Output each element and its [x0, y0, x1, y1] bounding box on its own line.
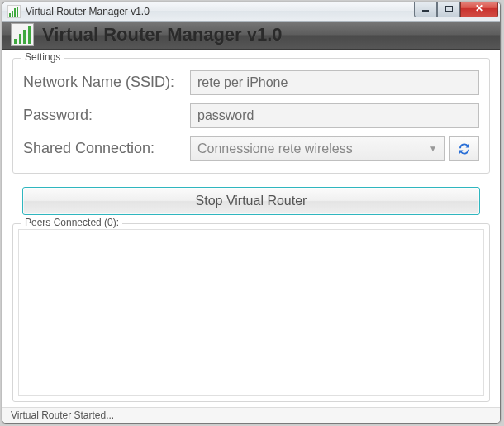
chevron-down-icon: ▼: [429, 144, 437, 153]
app-icon-large: [11, 23, 34, 46]
row-password: Password:: [23, 103, 479, 128]
refresh-icon: [457, 141, 472, 156]
ssid-label: Network Name (SSID):: [23, 74, 190, 91]
window-controls: ✕: [414, 2, 498, 17]
app-icon-small: [7, 5, 21, 18]
close-button[interactable]: ✕: [460, 2, 498, 17]
window-title: Virtual Router Manager v1.0: [26, 6, 414, 17]
refresh-button[interactable]: [449, 136, 479, 161]
client-area: Settings Network Name (SSID): Password: …: [2, 50, 500, 407]
row-shared: Shared Connection: Connessione rete wire…: [23, 136, 479, 161]
settings-legend: Settings: [21, 51, 64, 63]
close-icon: ✕: [475, 2, 483, 14]
settings-group: Settings Network Name (SSID): Password: …: [12, 58, 490, 174]
peers-list[interactable]: [18, 229, 484, 396]
ssid-input[interactable]: [190, 70, 479, 95]
status-text: Virtual Router Started...: [11, 409, 114, 421]
password-input[interactable]: [190, 103, 479, 128]
password-label: Password:: [23, 107, 190, 124]
status-bar: Virtual Router Started...: [2, 407, 500, 423]
toggle-router-label: Stop Virtual Router: [196, 194, 307, 208]
maximize-button[interactable]: [437, 2, 460, 17]
minimize-icon: [422, 10, 429, 12]
app-title: Virtual Router Manager v1.0: [42, 24, 283, 45]
shared-connection-select[interactable]: Connessione rete wireless ▼: [190, 136, 445, 161]
app-window: Virtual Router Manager v1.0 ✕ Virtual Ro…: [2, 2, 501, 424]
maximize-icon: [445, 6, 453, 12]
minimize-button[interactable]: [414, 2, 437, 17]
toggle-router-button[interactable]: Stop Virtual Router: [22, 187, 480, 215]
titlebar[interactable]: Virtual Router Manager v1.0 ✕: [2, 2, 500, 22]
row-ssid: Network Name (SSID):: [23, 70, 479, 95]
peers-legend: Peers Connected (0):: [21, 217, 122, 228]
shared-connection-value: Connessione rete wireless: [197, 141, 353, 156]
peers-group: Peers Connected (0):: [12, 223, 490, 402]
app-header: Virtual Router Manager v1.0: [2, 22, 500, 50]
shared-label: Shared Connection:: [23, 140, 190, 157]
